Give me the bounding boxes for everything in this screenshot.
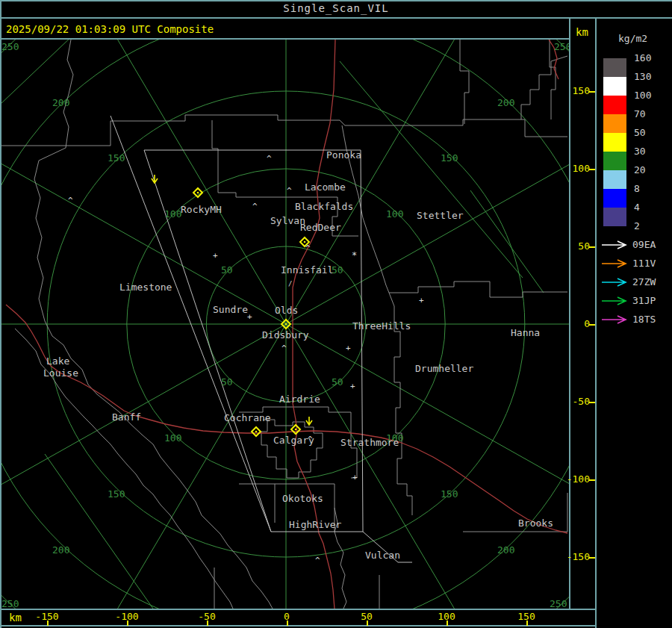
radial-line bbox=[72, 324, 286, 609]
boundary-line bbox=[460, 40, 469, 124]
point-marker-slash: / bbox=[288, 280, 292, 287]
city-label: Lake bbox=[46, 355, 69, 367]
bottom-axis-tick bbox=[526, 621, 528, 626]
range-ring-label: 100 bbox=[164, 208, 181, 220]
range-ring-label: 250 bbox=[1, 41, 19, 52]
right-axis-tick bbox=[589, 324, 595, 326]
bottom-axis-tick bbox=[127, 621, 128, 626]
radar-app-window: Single_Scan_VIL 2025/09/22 01:03:09 UTC … bbox=[0, 0, 672, 628]
range-ring-label: 200 bbox=[497, 97, 514, 108]
city-label: Didsbury bbox=[262, 329, 309, 341]
point-marker-plus: + bbox=[213, 251, 218, 261]
city-label: Drumheller bbox=[415, 363, 473, 374]
city-label: Brooks bbox=[518, 517, 553, 529]
timestamp-label: 2025/09/22 01:03:09 UTC Composite bbox=[6, 23, 214, 35]
right-axis-tick-label: 150 bbox=[566, 85, 590, 96]
colorbar-swatch bbox=[603, 133, 626, 152]
city-label: Limestone bbox=[119, 282, 172, 293]
colorbar-swatch bbox=[603, 208, 626, 226]
colorbar-value-label: 8 bbox=[634, 183, 659, 194]
colorbar-value-label: 20 bbox=[634, 164, 659, 175]
colorbar-swatch bbox=[603, 170, 626, 189]
vector-id-label: 18TS bbox=[632, 314, 656, 325]
right-axis-tick bbox=[589, 169, 595, 170]
bottom-axis-unit-label: km bbox=[9, 612, 22, 624]
colorbar-swatch bbox=[603, 96, 626, 114]
range-ring-label: 200 bbox=[497, 544, 514, 556]
peak-marker: ^ bbox=[281, 343, 287, 353]
graticule-line bbox=[340, 61, 523, 278]
title-bar: Single_Scan_VIL bbox=[0, 0, 672, 16]
radar-site-dot bbox=[255, 431, 258, 433]
right-axis-tick-label: 50 bbox=[566, 240, 590, 252]
radial-line bbox=[1, 115, 286, 324]
vector-legend: 09EA111V27ZW31JP18TS bbox=[597, 235, 672, 332]
point-marker-plus: + bbox=[346, 343, 351, 353]
radar-site-dot bbox=[304, 241, 306, 243]
city-label: ThreeHills bbox=[352, 320, 411, 332]
range-ring-label: 100 bbox=[164, 432, 181, 444]
city-label: Banff bbox=[112, 411, 141, 423]
colorbar-value-label: 70 bbox=[634, 108, 659, 119]
range-ring-label: 50 bbox=[332, 376, 343, 388]
point-marker-star: * bbox=[352, 250, 357, 261]
vector-arrow-icon bbox=[602, 260, 626, 267]
storm-vector-marker bbox=[306, 417, 312, 425]
city-label: Olds bbox=[275, 305, 298, 316]
right-axis-tick bbox=[589, 402, 595, 403]
radial-line bbox=[286, 324, 569, 533]
vector-arrow-icon bbox=[602, 279, 626, 286]
peak-marker: ^ bbox=[315, 556, 320, 565]
range-ring-label: 250 bbox=[550, 598, 567, 609]
vector-id-label: 27ZW bbox=[632, 276, 656, 287]
city-label: Stettler bbox=[417, 210, 464, 221]
right-axis-tick-label: 100 bbox=[566, 163, 590, 174]
graticule-line bbox=[470, 190, 544, 293]
peak-marker: ^ bbox=[252, 202, 258, 211]
right-axis-tick-label: -50 bbox=[566, 396, 590, 407]
range-ring-label: 50 bbox=[221, 376, 233, 388]
point-marker-plus: + bbox=[247, 312, 252, 322]
range-ring-label: 150 bbox=[108, 488, 125, 500]
range-ring-label: 250 bbox=[1, 598, 19, 609]
radar-site-dot bbox=[197, 192, 199, 194]
colorbar-value-label: 50 bbox=[634, 127, 659, 138]
city-label: Vulcan bbox=[365, 550, 400, 561]
colorbar-value-label: 30 bbox=[634, 146, 659, 157]
right-axis-tick-label: -150 bbox=[566, 551, 590, 562]
city-label: Airdrie bbox=[279, 394, 320, 405]
point-marker-plus: + bbox=[419, 296, 424, 305]
bottom-axis-tick bbox=[287, 621, 288, 626]
city-label: Cochrane bbox=[224, 412, 271, 423]
peak-marker: ^ bbox=[267, 154, 272, 164]
city-label: Hanna bbox=[511, 327, 540, 338]
colorbar-swatch bbox=[603, 114, 626, 133]
point-marker-plus: + bbox=[350, 382, 355, 391]
range-ring-label: 50 bbox=[221, 264, 233, 276]
boundary-line bbox=[45, 321, 273, 609]
boundary-line bbox=[389, 282, 567, 297]
range-ring-label: 150 bbox=[108, 152, 125, 164]
right-axis-tick bbox=[589, 479, 595, 481]
graticule-line bbox=[45, 454, 153, 609]
point-marker-plus: + bbox=[352, 473, 358, 482]
bottom-axis-tick bbox=[47, 621, 49, 626]
colorbar-value-label: 100 bbox=[634, 90, 659, 101]
vector-arrow-icon bbox=[602, 241, 626, 249]
city-label: Ponoka bbox=[326, 149, 361, 161]
colorbar-swatch bbox=[603, 152, 626, 170]
colorbar-unit-label: kg/m2 bbox=[618, 33, 647, 44]
range-ring-label: 250 bbox=[554, 41, 569, 52]
legend-divider bbox=[595, 18, 597, 628]
city-label: HighRiver bbox=[289, 519, 342, 530]
radial-line bbox=[72, 40, 286, 324]
range-ring-label: 150 bbox=[441, 152, 458, 164]
radar-site-dot bbox=[285, 323, 287, 326]
vector-id-label: 111V bbox=[632, 258, 656, 269]
colorbar-value-label: 130 bbox=[634, 71, 659, 82]
peak-marker: ^ bbox=[287, 186, 292, 196]
range-ring-label: 200 bbox=[52, 544, 69, 556]
city-label: Sundre bbox=[213, 304, 248, 315]
map-canvas[interactable]: 5050505010010010010015015015015020020020… bbox=[1, 40, 569, 609]
right-axis-tick-label: 0 bbox=[566, 318, 590, 329]
